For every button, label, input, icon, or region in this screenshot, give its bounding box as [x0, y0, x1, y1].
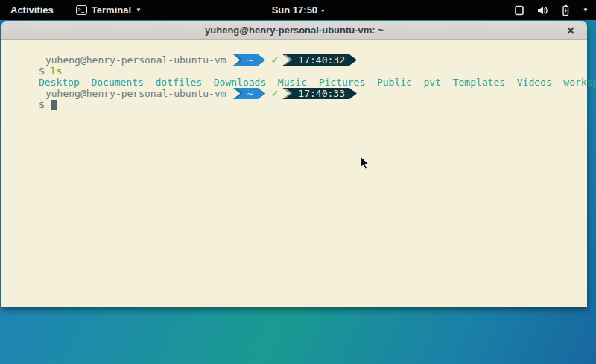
directory-list: Desktop Documents dotfiles Downloads Mus…: [39, 77, 596, 88]
close-button[interactable]: ×: [563, 21, 578, 39]
terminal-window: yuheng@henry-personal-ubuntu-vm: ~ × yuh…: [1, 21, 587, 307]
prompt-status-check: ✓: [270, 54, 279, 66]
notification-dot: ●: [321, 7, 324, 13]
terminal-icon: >_: [76, 5, 87, 15]
display-icon[interactable]: [513, 4, 525, 16]
terminal-body[interactable]: yuheng@henry-personal-ubuntu-vm~✓17:40:3…: [1, 40, 587, 307]
prompt-user: yuheng@henry-personal-ubuntu-vm: [45, 88, 226, 99]
top-bar: Activities >_ Terminal ▼ Sun 17:50 ● ▼: [0, 0, 596, 20]
prompt-time-segment: 17:40:33: [282, 88, 357, 99]
terminal-cursor: [51, 100, 57, 110]
mouse-cursor: [360, 156, 370, 173]
prompt-time-segment: 17:40:32: [282, 54, 357, 66]
activities-button[interactable]: Activities: [7, 4, 57, 16]
prompt-symbol: $: [39, 99, 45, 110]
prompt-path-segment: ~: [233, 54, 266, 66]
volume-icon[interactable]: [536, 4, 548, 16]
window-title: yuheng@henry-personal-ubuntu-vm: ~: [205, 25, 384, 36]
prompt-user: yuheng@henry-personal-ubuntu-vm: [45, 54, 226, 66]
chevron-down-icon: ▼: [136, 7, 142, 13]
command-text: ls: [51, 66, 63, 77]
prompt-path-segment: ~: [233, 88, 266, 99]
app-menu-label: Terminal: [92, 4, 131, 16]
ls-output-line: Desktop Documents dotfiles Downloads Mus…: [4, 66, 587, 77]
prompt-line: yuheng@henry-personal-ubuntu-vm~✓17:40:3…: [4, 43, 587, 54]
prompt-symbol: $: [39, 66, 45, 77]
prompt-status-check: ✓: [270, 88, 279, 99]
system-tray[interactable]: ▼: [513, 0, 589, 20]
clock[interactable]: Sun 17:50 ●: [272, 0, 325, 20]
clock-label: Sun 17:50: [272, 4, 317, 16]
battery-charging-icon[interactable]: [559, 4, 571, 16]
chevron-down-icon[interactable]: ▼: [583, 7, 589, 13]
app-menu[interactable]: >_ Terminal ▼: [76, 4, 142, 16]
window-titlebar[interactable]: yuheng@henry-personal-ubuntu-vm: ~ ×: [1, 21, 587, 40]
